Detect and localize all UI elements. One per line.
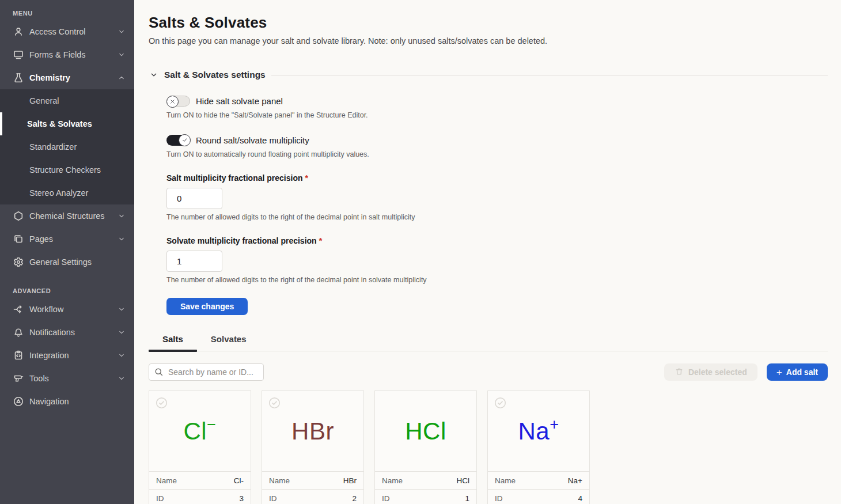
search-box — [149, 363, 264, 381]
library-tabs: Salts Solvates — [149, 334, 828, 351]
salt-card-hbr[interactable]: HBr Name HBr ID 2 — [262, 390, 364, 504]
salt-card-grid: Cl− Name Cl- ID 3 HBr Name HBr — [149, 390, 828, 504]
salt-name-value: Cl- — [234, 476, 244, 485]
toggle-label: Hide salt solvate panel — [196, 96, 283, 106]
card-name-row: Name Cl- — [149, 471, 251, 489]
sidebar-item-label: Forms & Fields — [29, 50, 117, 59]
required-asterisk: * — [305, 173, 308, 183]
sidebar-subitem-standardizer[interactable]: Standardizer — [0, 135, 134, 158]
card-id-row: ID 3 — [149, 489, 251, 504]
sidebar-item-pages[interactable]: Pages — [0, 228, 134, 251]
save-changes-button[interactable]: Save changes — [166, 298, 248, 315]
page-subtitle: On this page you can manage your salt an… — [149, 36, 828, 46]
structure-preview: HCl — [375, 391, 476, 471]
salt-id-value: 2 — [352, 494, 357, 503]
formula-text: Na+ — [518, 418, 559, 444]
chevron-down-icon — [117, 234, 126, 244]
settings-section-header[interactable]: Salt & Solvates settings — [149, 70, 828, 80]
hide-salt-panel-toggle[interactable] — [166, 96, 190, 107]
sidebar-item-notifications[interactable]: Notifications — [0, 321, 134, 344]
hexagon-icon — [13, 210, 24, 222]
chevron-down-icon — [117, 211, 126, 221]
salt-card-na[interactable]: Na+ Name Na+ ID 4 — [487, 390, 590, 504]
person-icon — [13, 26, 24, 37]
salt-card-hcl[interactable]: HCl Name HCl ID 1 — [374, 390, 477, 504]
check-icon — [181, 135, 188, 146]
solvate-precision-label: Solvate multiplicity fractional precisio… — [166, 236, 828, 245]
card-name-row: Name HCl — [375, 471, 476, 489]
pages-icon — [13, 233, 24, 245]
chevron-down-icon — [149, 70, 159, 80]
sidebar-item-label: Notifications — [29, 328, 117, 337]
compass-circle-icon — [13, 396, 24, 407]
add-salt-button[interactable]: + Add salt — [767, 363, 828, 381]
card-id-row: ID 2 — [262, 489, 363, 504]
select-checkbox-icon[interactable] — [268, 397, 281, 409]
select-checkbox-icon[interactable] — [494, 397, 506, 409]
sidebar-subitem-stereo-analyzer[interactable]: Stereo Analyzer — [0, 181, 134, 204]
sidebar-item-integration[interactable]: Integration — [0, 344, 134, 367]
sidebar-item-label: Workflow — [29, 305, 117, 314]
salt-card-cl[interactable]: Cl− Name Cl- ID 3 — [149, 390, 251, 504]
monitor-icon — [13, 49, 24, 60]
structure-preview: HBr — [262, 391, 363, 471]
sidebar-item-label: Chemical Structures — [29, 211, 117, 221]
toggle-help-text: Turn ON to hide the "Salt/Solvate panel"… — [166, 111, 828, 119]
card-id-row: ID 4 — [488, 489, 589, 504]
sidebar-item-access-control[interactable]: Access Control — [0, 20, 134, 43]
sidebar-item-general-settings[interactable]: General Settings — [0, 251, 134, 274]
formula-text: Cl− — [184, 418, 217, 444]
required-asterisk: * — [319, 236, 322, 245]
card-name-row: Name Na+ — [488, 471, 589, 489]
structure-preview: Cl− — [149, 391, 251, 471]
formula-text: HCl — [405, 418, 446, 444]
formula-text: HBr — [291, 418, 334, 444]
salt-id-value: 3 — [239, 494, 244, 503]
sidebar-item-chemistry[interactable]: Chemistry — [0, 66, 134, 89]
chemistry-submenu: General Salts & Solvates Standardizer St… — [0, 89, 134, 204]
sidebar-item-label: Chemistry — [29, 73, 117, 82]
salt-precision-help: The number of allowed digits to the righ… — [166, 213, 828, 221]
sidebar-item-chemical-structures[interactable]: Chemical Structures — [0, 204, 134, 228]
toggle-knob — [179, 134, 191, 146]
delete-selected-button[interactable]: Delete selected — [664, 363, 757, 381]
drill-tool-icon — [13, 373, 24, 384]
sidebar-item-navigation[interactable]: Navigation — [0, 390, 134, 413]
salt-precision-input[interactable] — [166, 188, 222, 209]
tab-solvates[interactable]: Solvates — [197, 334, 260, 351]
solvate-precision-input[interactable] — [166, 251, 222, 272]
toggle-help-text: Turn ON to automatically round floating … — [166, 150, 828, 158]
section-divider — [271, 75, 828, 75]
chevron-up-icon — [117, 73, 126, 82]
sidebar-subitem-structure-checkers[interactable]: Structure Checkers — [0, 158, 134, 181]
trash-icon — [675, 367, 684, 378]
sidebar: MENU Access Control Forms & Fields Chemi… — [0, 0, 134, 504]
chevron-down-icon — [117, 27, 126, 36]
round-multiplicity-toggle[interactable] — [166, 135, 190, 146]
sidebar-item-label: Navigation — [29, 397, 126, 406]
salt-name-value: HCl — [457, 476, 470, 485]
x-icon — [169, 97, 176, 107]
sidebar-item-label: Tools — [29, 374, 117, 383]
chevron-down-icon — [117, 328, 126, 337]
settings-body: Hide salt solvate panel Turn ON to hide … — [149, 96, 828, 315]
round-multiplicity-toggle-row: Round salt/solvate multiplicity — [166, 135, 828, 146]
toggle-knob — [166, 96, 179, 108]
chevron-down-icon — [117, 50, 126, 59]
sidebar-item-tools[interactable]: Tools — [0, 367, 134, 390]
sidebar-item-workflow[interactable]: Workflow — [0, 298, 134, 321]
structure-preview: Na+ — [488, 391, 589, 471]
main-content: Salts & Solvates On this page you can ma… — [134, 0, 841, 504]
plus-icon: + — [776, 367, 782, 377]
sidebar-item-forms-fields[interactable]: Forms & Fields — [0, 43, 134, 66]
sidebar-item-label: Integration — [29, 351, 117, 360]
chevron-down-icon — [117, 374, 126, 383]
bell-icon — [13, 327, 24, 338]
sidebar-subitem-general[interactable]: General — [0, 89, 134, 112]
select-checkbox-icon[interactable] — [156, 397, 168, 409]
sidebar-subitem-salts-solvates[interactable]: Salts & Solvates — [0, 112, 134, 135]
search-input[interactable] — [149, 363, 264, 381]
salt-name-value: HBr — [343, 476, 357, 485]
tab-salts[interactable]: Salts — [149, 334, 197, 351]
sidebar-item-label: Access Control — [29, 27, 117, 36]
